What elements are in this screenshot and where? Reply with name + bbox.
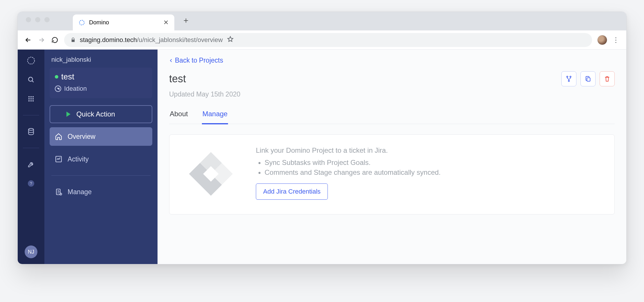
copy-button[interactable] bbox=[580, 71, 596, 86]
rail-search-button[interactable] bbox=[26, 75, 36, 84]
rail-apps-button[interactable] bbox=[26, 94, 36, 103]
app-frame: ? NJ nick_jablonski test Ideation Quick … bbox=[18, 50, 626, 264]
project-action-buttons bbox=[561, 71, 615, 86]
browser-window: Domino ✕ ＋ staging.domino.tech/u/nick_ja… bbox=[17, 12, 627, 264]
address-bar[interactable]: staging.domino.tech/u/nick_jablonski/tes… bbox=[64, 33, 592, 47]
browser-tabbar: Domino ✕ ＋ bbox=[18, 12, 626, 30]
tab-about[interactable]: About bbox=[169, 107, 189, 124]
wrench-icon bbox=[28, 161, 35, 168]
svg-point-1 bbox=[28, 57, 35, 64]
jira-bullet: Sync Subtasks with Project Goals. bbox=[265, 159, 441, 167]
sidebar-item-manage[interactable]: Manage bbox=[50, 183, 152, 201]
reload-icon bbox=[51, 37, 58, 43]
play-icon bbox=[66, 112, 70, 117]
svg-point-0 bbox=[79, 20, 84, 25]
project-owner: nick_jablonski bbox=[51, 56, 152, 63]
svg-rect-4 bbox=[30, 96, 32, 97]
tab-close-icon[interactable]: ✕ bbox=[163, 19, 169, 26]
svg-rect-7 bbox=[30, 98, 32, 99]
browser-tab-title: Domino bbox=[89, 19, 159, 26]
rail-user-button[interactable]: NJ bbox=[25, 245, 37, 258]
add-jira-credentials-button[interactable]: Add Jira Credentials bbox=[256, 183, 328, 200]
sidebar-divider bbox=[51, 175, 151, 176]
copy-icon bbox=[585, 76, 591, 82]
browser-toolbar: staging.domino.tech/u/nick_jablonski/tes… bbox=[18, 30, 626, 50]
rail-admin-button[interactable] bbox=[26, 160, 36, 169]
jira-logo-icon bbox=[183, 146, 238, 203]
updated-text: Updated May 15th 2020 bbox=[169, 90, 615, 98]
window-zoom-dot[interactable] bbox=[44, 17, 50, 22]
project-card[interactable]: test Ideation bbox=[50, 68, 152, 98]
search-icon bbox=[27, 76, 35, 83]
window-minimize-dot[interactable] bbox=[35, 17, 40, 22]
bookmark-star-icon[interactable] bbox=[227, 36, 234, 44]
quick-action-button[interactable]: Quick Action bbox=[50, 105, 152, 123]
browser-tab[interactable]: Domino ✕ bbox=[73, 14, 174, 30]
url-text: staging.domino.tech/u/nick_jablonski/tes… bbox=[80, 36, 223, 44]
svg-point-17 bbox=[60, 193, 62, 195]
svg-rect-21 bbox=[587, 78, 590, 81]
domino-logo-icon[interactable] bbox=[26, 56, 36, 65]
svg-rect-10 bbox=[30, 100, 32, 101]
svg-point-18 bbox=[567, 76, 568, 77]
nav-back-button[interactable] bbox=[24, 36, 32, 44]
fork-button[interactable] bbox=[561, 71, 576, 86]
database-icon bbox=[27, 128, 35, 135]
arrow-left-icon bbox=[24, 36, 32, 44]
window-close-dot[interactable] bbox=[26, 17, 31, 22]
jira-block: Link your Domino Project to a ticket in … bbox=[256, 146, 441, 203]
browser-menu-button[interactable]: ⋮ bbox=[612, 36, 620, 44]
trash-icon bbox=[604, 76, 610, 82]
domino-favicon-icon bbox=[79, 19, 85, 26]
help-icon: ? bbox=[28, 180, 35, 187]
jira-integration-card: Link your Domino Project to a ticket in … bbox=[169, 134, 615, 214]
icon-rail: ? NJ bbox=[18, 50, 44, 264]
rail-help-button[interactable]: ? bbox=[26, 179, 36, 188]
clipboard-icon bbox=[55, 188, 62, 196]
main-content: Back to Projects test Updated May 15th 2 bbox=[158, 50, 626, 264]
svg-point-12 bbox=[28, 128, 33, 130]
status-dot-icon bbox=[55, 75, 58, 79]
svg-rect-3 bbox=[28, 96, 30, 97]
lock-icon bbox=[70, 37, 76, 43]
sidebar-item-overview[interactable]: Overview bbox=[50, 127, 152, 146]
nav-reload-button[interactable] bbox=[51, 37, 59, 43]
window-traffic-lights[interactable] bbox=[26, 17, 50, 22]
arrow-right-icon bbox=[38, 36, 45, 44]
profile-avatar[interactable] bbox=[597, 35, 607, 45]
svg-rect-5 bbox=[32, 96, 34, 97]
sidebar-item-activity[interactable]: Activity bbox=[50, 150, 152, 168]
project-name: test bbox=[61, 72, 74, 81]
activity-icon bbox=[55, 155, 62, 163]
delete-button[interactable] bbox=[600, 71, 615, 86]
tab-manage[interactable]: Manage bbox=[202, 107, 228, 124]
svg-rect-11 bbox=[32, 100, 34, 101]
new-tab-button[interactable]: ＋ bbox=[177, 15, 195, 26]
project-sidebar: nick_jablonski test Ideation Quick Actio… bbox=[44, 50, 158, 264]
svg-rect-9 bbox=[28, 100, 30, 101]
back-to-projects-link[interactable]: Back to Projects bbox=[169, 57, 615, 64]
svg-point-19 bbox=[570, 76, 571, 77]
project-header: test bbox=[169, 71, 615, 86]
jira-bullets: Sync Subtasks with Project Goals. Commen… bbox=[256, 159, 441, 177]
jira-heading: Link your Domino Project to a ticket in … bbox=[256, 146, 441, 154]
svg-point-2 bbox=[28, 77, 32, 81]
content-tabs: About Manage bbox=[169, 107, 615, 124]
svg-text:?: ? bbox=[30, 181, 32, 186]
page-title: test bbox=[169, 73, 186, 85]
stage-icon bbox=[55, 85, 61, 92]
quick-action-label: Quick Action bbox=[76, 110, 115, 118]
fork-icon bbox=[566, 76, 572, 82]
sidebar-item-label: Overview bbox=[68, 133, 95, 141]
rail-data-button[interactable] bbox=[26, 127, 36, 136]
sidebar-item-label: Manage bbox=[68, 188, 92, 196]
chevron-left-icon bbox=[169, 57, 173, 64]
home-icon bbox=[55, 133, 62, 140]
svg-rect-6 bbox=[28, 98, 30, 99]
nav-forward-button[interactable] bbox=[37, 36, 46, 44]
project-stage-label: Ideation bbox=[64, 85, 87, 92]
sidebar-item-label: Activity bbox=[68, 155, 89, 163]
grid-icon bbox=[28, 95, 35, 102]
jira-bullet: Comments and Stage changes are automatic… bbox=[265, 168, 441, 177]
svg-point-20 bbox=[568, 80, 569, 81]
